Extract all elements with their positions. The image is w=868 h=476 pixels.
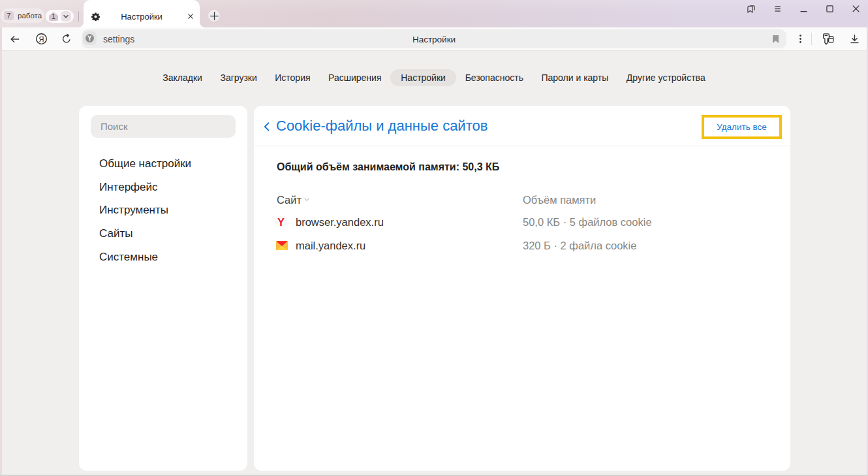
svg-text:1: 1	[52, 13, 55, 20]
svg-text:Y: Y	[277, 216, 285, 227]
svg-text:Я: Я	[39, 35, 44, 43]
